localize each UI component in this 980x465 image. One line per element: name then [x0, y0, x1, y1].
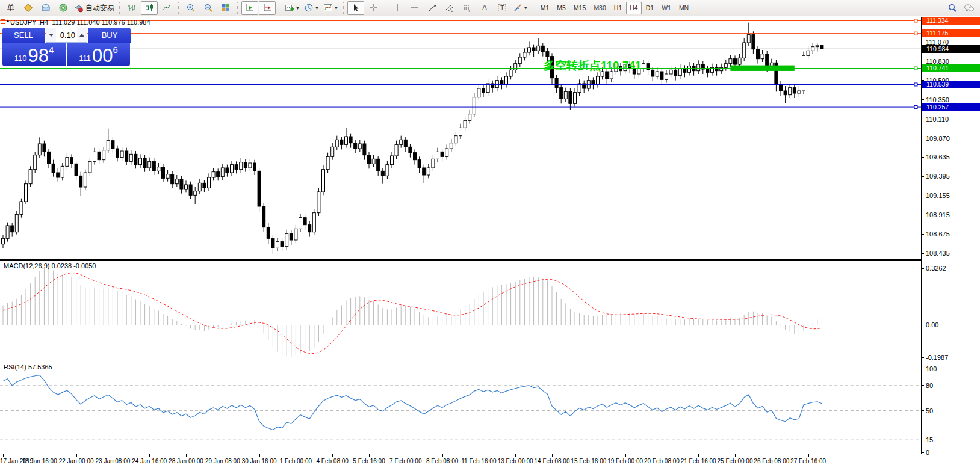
candle-body [660, 72, 663, 79]
chart-canvas[interactable] [0, 17, 922, 454]
line-handle[interactable] [914, 32, 917, 35]
zoom-in-button[interactable] [182, 1, 199, 15]
sound-button[interactable] [55, 1, 72, 15]
price-scale[interactable]: 111.305111.070110.830110.590110.350110.1… [922, 17, 980, 465]
time-axis-label: 29 Jan 08:00 [205, 458, 240, 464]
line-handle[interactable] [914, 106, 917, 109]
one-click-collapse-icon[interactable]: ▲ [5, 18, 10, 23]
search-button[interactable] [944, 1, 961, 15]
time-axis-label: 14 Feb 08:00 [535, 458, 570, 464]
triangle-down-icon [49, 34, 54, 37]
arrows-button[interactable]: ▼ [511, 1, 530, 15]
timeframe-m5[interactable]: M5 [553, 2, 569, 14]
candle-body [38, 144, 41, 155]
periods-button[interactable]: ▼ [302, 1, 321, 15]
candle-body [84, 173, 87, 187]
timeframe-w1[interactable]: W1 [658, 2, 675, 14]
timeframe-d1[interactable]: D1 [642, 2, 657, 14]
candle-body [29, 170, 32, 184]
candle-body [459, 128, 462, 135]
new-order-button[interactable]: 单 [2, 1, 19, 15]
volume-input[interactable] [56, 28, 77, 42]
sell-price[interactable]: 110984 [2, 43, 66, 66]
candle-body [98, 152, 101, 159]
text-button[interactable]: A [476, 1, 493, 15]
candlestick-chart-button[interactable] [141, 1, 158, 15]
timeframe-h1[interactable]: H1 [610, 2, 625, 14]
candle-body [761, 54, 764, 59]
line-handle[interactable] [914, 19, 917, 22]
buy-price-figure: 111 [79, 52, 91, 65]
chat-button[interactable] [961, 1, 978, 15]
candle-body [820, 45, 823, 49]
zoom-out-button[interactable] [200, 1, 217, 15]
chart-title-ohlc: USDJPY-,H4 111.029 111.040 110.976 110.9… [10, 19, 150, 26]
candle-body [486, 84, 489, 93]
tile-windows-button[interactable] [217, 1, 234, 15]
timeframe-m30[interactable]: M30 [590, 2, 609, 14]
candle-body [299, 218, 302, 229]
candle-body [340, 140, 343, 144]
axis-tick-label: 0.3262 [922, 264, 946, 273]
svg-text:A: A [482, 4, 487, 12]
candle-body [427, 168, 430, 175]
time-axis-label: 7 Feb 00:00 [389, 458, 421, 464]
time-axis[interactable]: 17 Jan 201918 Jan 16:0022 Jan 00:0023 Ja… [0, 454, 922, 465]
cursor-button[interactable] [347, 1, 364, 15]
templates-button[interactable]: ▼ [321, 1, 340, 15]
chart-shift-button[interactable] [259, 1, 276, 15]
candle-body [597, 76, 600, 84]
dropdown-caret-icon: ▼ [315, 6, 319, 10]
candle-body [43, 144, 46, 152]
candle-body [464, 120, 467, 128]
candle-body [414, 153, 417, 160]
time-axis-label: 21 Feb 16:00 [681, 458, 716, 464]
candle-body [495, 81, 498, 88]
buy-button[interactable]: BUY [88, 28, 131, 43]
candle-body [358, 144, 361, 149]
candle-body [34, 155, 37, 170]
volume-decrease-button[interactable] [46, 28, 56, 42]
candle-body [271, 238, 274, 248]
volume-increase-button[interactable] [77, 28, 87, 42]
timeframe-m15[interactable]: M15 [570, 2, 589, 14]
crosshair-button[interactable] [365, 1, 382, 15]
autotrading-label: 自动交易 [85, 3, 114, 13]
equidistant-channel-button[interactable]: E [441, 1, 458, 15]
candle-body [368, 155, 371, 164]
sell-button[interactable]: SELL [2, 28, 45, 43]
candle-body [656, 72, 659, 76]
toolbar-separator [178, 2, 179, 14]
navigator-button[interactable] [37, 1, 54, 15]
candle-body [226, 168, 229, 173]
timeframe-h4[interactable]: H4 [626, 2, 641, 14]
candle-body [185, 185, 188, 189]
candle-body [807, 51, 810, 55]
toolbar-separator [343, 2, 344, 14]
autotrading-button[interactable]: 自动交易 [72, 1, 116, 15]
market-watch-button[interactable] [20, 1, 37, 15]
timeframe-mn[interactable]: MN [675, 2, 692, 14]
candle-body [258, 171, 261, 206]
price-level-badge: 110.257 [922, 103, 980, 111]
trendline-button[interactable] [424, 1, 441, 15]
chart-text-annotation[interactable]: 多空转折点110.741 [544, 58, 642, 73]
candle-body [217, 172, 220, 177]
fibonacci-button[interactable]: F [459, 1, 476, 15]
indicators-button[interactable]: ▼ [283, 1, 302, 15]
buy-price[interactable]: 111006 [67, 43, 130, 66]
triangle-up-icon [79, 34, 84, 37]
rsi-indicator-label: RSI(14) 57.5365 [4, 363, 52, 371]
candle-body [780, 84, 783, 91]
bar-chart-button[interactable] [123, 1, 140, 15]
toolbar: 单 自动交易 ▼ ▼ [0, 0, 980, 16]
line-handle[interactable] [914, 83, 917, 86]
horizontal-line-button[interactable] [406, 1, 423, 15]
text-label-button[interactable]: T [494, 1, 510, 15]
line-chart-button[interactable] [158, 1, 175, 15]
auto-scroll-button[interactable] [241, 1, 258, 15]
time-axis-label: 27 Feb 16:00 [790, 458, 826, 464]
vertical-line-button[interactable] [389, 1, 406, 15]
line-handle[interactable] [914, 67, 917, 70]
timeframe-m1[interactable]: M1 [537, 2, 553, 14]
